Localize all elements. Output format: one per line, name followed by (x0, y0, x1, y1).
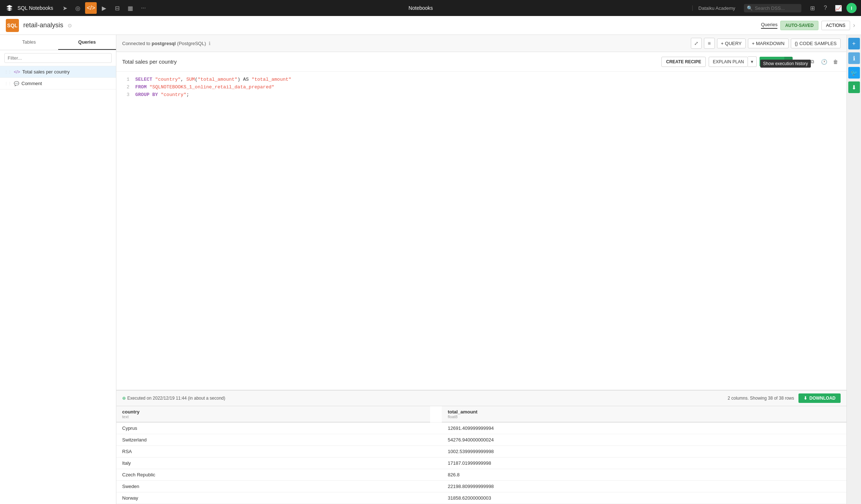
code-samples-icon: {} (795, 41, 798, 46)
item-label: Comment (21, 81, 42, 86)
code-icon[interactable]: </> (85, 2, 97, 14)
notebooks-tab[interactable]: Notebooks (406, 5, 436, 11)
code-item-icon: </> (14, 69, 20, 75)
sidebar-tab-queries[interactable]: Queries (58, 35, 116, 50)
columns-info: 2 columns. Showing 38 of 38 rows (728, 396, 794, 401)
layers-icon[interactable]: ⊟ (111, 2, 123, 14)
nav-icon-group: ➤ ◎ </> ▶ ⊟ ▦ ··· (59, 2, 149, 14)
social-side-icon[interactable]: 🐦 (848, 67, 860, 79)
send-icon[interactable]: ➤ (59, 2, 71, 14)
query-toolbar: Connected to postgresql (PostgreSQL) ℹ ⤢… (116, 35, 846, 52)
history-icon[interactable]: 🕐 Show execution history (819, 57, 829, 67)
notebook-name: retail-analysis (23, 21, 63, 29)
add-side-icon[interactable]: + (848, 38, 860, 49)
sidebar-tab-tables[interactable]: Tables (0, 35, 58, 50)
trend-icon[interactable]: 📈 (833, 3, 844, 13)
search-icon: 🔍 (747, 5, 753, 11)
top-nav: SQL Notebooks ➤ ◎ </> ▶ ⊟ ▦ ··· Notebook… (0, 0, 861, 16)
cell-amount: 54276.940000000024 (442, 434, 846, 446)
main-layout: Tables Queries ⋮⋮ </> Total sales per co… (0, 35, 861, 504)
sidebar-list: ⋮⋮ </> Total sales per country ⋮⋮ 💬 Comm… (0, 66, 116, 504)
cell-country: Italy (116, 457, 430, 469)
table-row: RSA 1002.5399999999998 (116, 446, 846, 457)
code-editor[interactable]: 1 SELECT "country", SUM("total_amount") … (116, 72, 846, 390)
grid-icon[interactable]: ⊞ (807, 3, 817, 13)
queries-link[interactable]: Queries (761, 22, 778, 29)
col-header-country: country text (116, 406, 430, 422)
item-label: Total sales per country (22, 69, 69, 75)
cell-amount: 826.8 (442, 469, 846, 481)
copy-icon[interactable]: ⧉ (807, 57, 817, 67)
info-side-icon[interactable]: ℹ (848, 52, 860, 64)
app-logo (4, 3, 15, 13)
create-recipe-button[interactable]: CREATE RECIPE (661, 57, 706, 67)
connection-name: postgresql (152, 41, 176, 46)
project-icon: SQL (6, 19, 19, 32)
info-icon[interactable]: ℹ (209, 41, 211, 46)
line-number: 3 (122, 91, 129, 99)
autosaved-button[interactable]: AUTO-SAVED (780, 21, 818, 30)
run-group: ▶ RUN ▾ (760, 57, 793, 67)
list-item[interactable]: ⋮⋮ 💬 Comment (0, 78, 116, 89)
download-label: DOWNLOAD (809, 396, 836, 401)
download-icon: ⬇ (804, 396, 807, 401)
refresh-icon[interactable]: ◎ (72, 2, 84, 14)
code-content: SELECT "country", SUM("total_amount") AS… (135, 76, 841, 84)
actions-button[interactable]: ACTIONS (821, 21, 850, 30)
help-icon[interactable]: ? (820, 3, 830, 13)
more-icon[interactable]: ··· (137, 2, 149, 14)
sidebar-search (0, 50, 116, 66)
line-number: 1 (122, 76, 129, 84)
explain-plan-dropdown[interactable]: ▾ (748, 56, 757, 67)
expand-button[interactable]: ⤢ (691, 38, 702, 49)
filter-input[interactable] (4, 53, 112, 63)
results-right: 2 columns. Showing 38 of 38 rows ⬇ DOWNL… (728, 393, 841, 403)
cell-country: Norway (116, 492, 430, 504)
cell-country: Sweden (116, 481, 430, 492)
sidebar-tabs: Tables Queries (0, 35, 116, 50)
sidebar: Tables Queries ⋮⋮ </> Total sales per co… (0, 35, 116, 504)
connection-info: Connected to postgresql (PostgreSQL) ℹ (122, 41, 211, 46)
download-button[interactable]: ⬇ DOWNLOAD (798, 393, 841, 403)
delete-icon[interactable]: 🗑 (830, 57, 841, 67)
clock-side-icon[interactable]: ⬇ (848, 81, 860, 93)
drag-handle-icon: ⋮⋮ (4, 70, 12, 74)
main-content: Connected to postgresql (PostgreSQL) ℹ ⤢… (116, 35, 846, 504)
avatar[interactable]: I (846, 3, 857, 13)
query-area: Total sales per country CREATE RECIPE EX… (116, 52, 846, 504)
explain-plan-button[interactable]: EXPLAIN PLAN (709, 57, 748, 67)
list-item[interactable]: ⋮⋮ </> Total sales per country (0, 66, 116, 78)
sync-icon: ⊙ (68, 23, 72, 28)
run-dropdown-button[interactable]: ▾ (784, 57, 793, 67)
connection-type: (PostgreSQL) (177, 41, 206, 46)
table-row: Sweden 22198.809999999998 (116, 481, 846, 492)
executed-info: ⊕ Executed on 2022/12/19 11:44 (in about… (122, 396, 225, 401)
run-button[interactable]: ▶ RUN (760, 57, 784, 67)
code-content: GROUP BY "country"; (135, 91, 841, 99)
search-input[interactable] (755, 5, 798, 11)
code-samples-button[interactable]: {} CODE SAMPLES (791, 39, 841, 48)
cell-amount: 17187.01999999998 (442, 457, 846, 469)
collapse-arrow-icon[interactable]: › (853, 21, 855, 29)
results-header: ⊕ Executed on 2022/12/19 11:44 (in about… (116, 391, 846, 406)
results-area: ⊕ Executed on 2022/12/19 11:44 (in about… (116, 390, 846, 504)
list-view-button[interactable]: ≡ (704, 38, 715, 49)
cell-country: Switzerland (116, 434, 430, 446)
query-action-icons: ⚙ ⧉ 🕐 Show execution history 🗑 (796, 57, 841, 67)
cell-country: RSA (116, 446, 430, 457)
add-query-button[interactable]: + QUERY (717, 39, 746, 48)
code-line-3: 3 GROUP BY "country"; (122, 91, 841, 99)
comment-item-icon: 💬 (14, 81, 19, 86)
cell-amount: 22198.809999999998 (442, 481, 846, 492)
connection-text: Connected to (122, 41, 150, 46)
query-header: Total sales per country CREATE RECIPE EX… (116, 52, 846, 72)
col-type-country: text (122, 415, 424, 419)
search-box[interactable]: 🔍 (744, 4, 801, 12)
play-icon[interactable]: ▶ (98, 2, 110, 14)
col-type-total-amount: float8 (448, 415, 841, 419)
settings-icon[interactable]: ⚙ (796, 57, 806, 67)
results-table-container: country text total_amount float8 (116, 406, 846, 504)
add-markdown-button[interactable]: + MARKDOWN (748, 39, 789, 48)
cell-amount: 12691.409999999994 (442, 422, 846, 434)
table-icon[interactable]: ▦ (124, 2, 136, 14)
